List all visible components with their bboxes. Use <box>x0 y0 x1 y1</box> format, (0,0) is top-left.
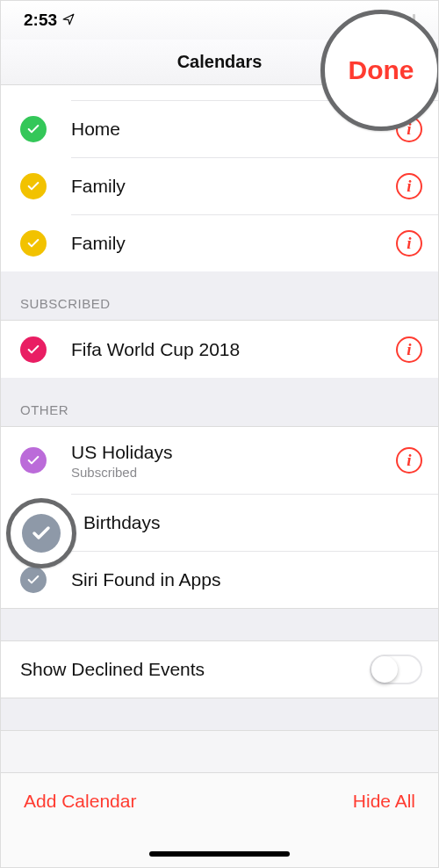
calendar-label: Home <box>71 119 396 140</box>
done-button[interactable]: Done <box>349 55 414 85</box>
info-icon[interactable]: i <box>396 173 422 199</box>
calendar-row-family-2[interactable]: Family i <box>1 214 438 271</box>
calendar-label: Fifa World Cup 2018 <box>71 339 396 360</box>
calendar-toggle-check[interactable] <box>22 514 61 553</box>
calendar-row-siri[interactable]: Siri Found in Apps <box>1 551 438 608</box>
info-icon[interactable]: i <box>396 447 422 474</box>
calendar-list-icloud: Calendar i Home i Family i Family i <box>1 85 438 271</box>
calendar-row-home[interactable]: Home i <box>1 100 438 157</box>
separator <box>1 698 438 731</box>
cellular-signal-icon <box>399 14 415 27</box>
calendar-toggle-check[interactable] <box>20 230 47 257</box>
calendar-toggle-check[interactable] <box>20 447 47 474</box>
info-icon[interactable]: i <box>396 230 422 257</box>
calendar-row-us-holidays[interactable]: US Holidays Subscribed i <box>1 427 438 494</box>
calendar-row[interactable]: Calendar i <box>1 85 438 100</box>
calendar-row-birthdays[interactable]: Birthdays <box>1 494 438 551</box>
page-title: Calendars <box>177 52 263 72</box>
location-services-icon <box>62 11 75 30</box>
section-header-other: OTHER <box>1 378 438 427</box>
calendar-toggle-check[interactable] <box>20 116 47 142</box>
show-declined-switch[interactable] <box>370 655 422 684</box>
calendar-toggle-check[interactable] <box>20 336 47 363</box>
status-bar: 2:53 <box>1 1 438 40</box>
calendar-label: Birthdays <box>83 512 422 533</box>
separator <box>1 608 438 641</box>
calendar-label: Siri Found in Apps <box>71 569 422 590</box>
hide-all-button[interactable]: Hide All <box>353 791 415 812</box>
show-declined-row[interactable]: Show Declined Events <box>1 641 438 698</box>
status-right <box>399 14 415 27</box>
content-scroll[interactable]: Calendar i Home i Family i Family i <box>1 85 438 772</box>
calendar-list-subscribed: Fifa World Cup 2018 i <box>1 321 438 378</box>
calendar-label: Family <box>71 176 396 197</box>
calendar-toggle-check[interactable] <box>20 173 47 199</box>
bottom-toolbar: Add Calendar Hide All <box>1 772 438 867</box>
calendar-toggle-check[interactable] <box>20 567 47 593</box>
info-icon[interactable]: i <box>396 116 422 142</box>
info-icon[interactable]: i <box>396 336 422 363</box>
calendar-list-other: US Holidays Subscribed i Birthdays Siri … <box>1 427 438 608</box>
section-header-subscribed: SUBSCRIBED <box>1 271 438 321</box>
calendar-label: Family <box>71 233 396 254</box>
calendar-row-fifa[interactable]: Fifa World Cup 2018 i <box>1 321 438 378</box>
home-indicator[interactable] <box>149 851 290 857</box>
calendar-label: US Holidays <box>71 442 396 463</box>
status-time: 2:53 <box>24 11 57 30</box>
show-declined-label: Show Declined Events <box>20 659 205 680</box>
add-calendar-button[interactable]: Add Calendar <box>24 791 136 812</box>
calendar-sublabel: Subscribed <box>71 465 396 480</box>
calendar-row-family-1[interactable]: Family i <box>1 157 438 214</box>
